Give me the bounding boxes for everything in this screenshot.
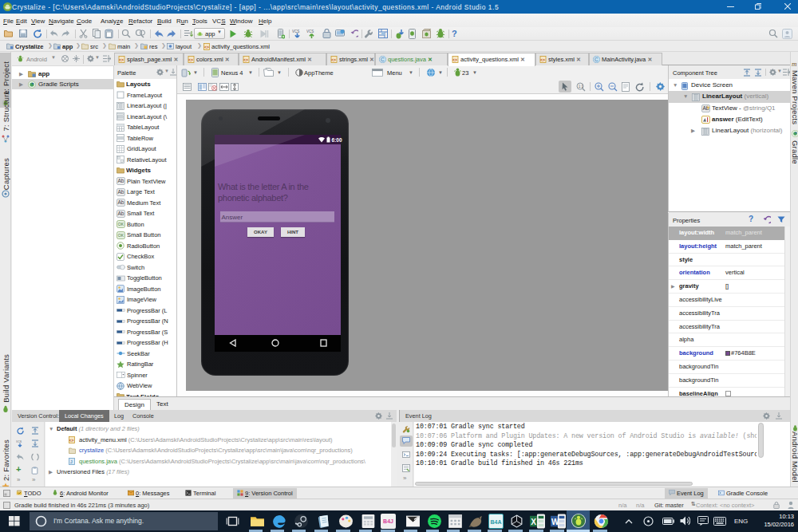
svg-text:Ab: Ab (118, 199, 124, 205)
svg-text:J: J (70, 459, 73, 464)
svg-text:C: C (595, 56, 598, 61)
svg-text:m: m (792, 60, 797, 67)
svg-text:<>: <> (540, 57, 545, 61)
svg-text:Ab: Ab (118, 189, 124, 195)
svg-text:<>: <> (331, 57, 336, 61)
svg-text:C: C (381, 56, 385, 61)
svg-text:W: W (551, 518, 559, 526)
svg-text:<>: <> (119, 57, 124, 61)
svg-text:<>: <> (69, 438, 74, 443)
svg-text:<>: <> (243, 57, 248, 61)
svg-text:OK: OK (118, 233, 124, 238)
svg-text:<>: <> (204, 45, 209, 49)
svg-text:X: X (531, 518, 536, 526)
svg-text:Ab: Ab (118, 178, 124, 183)
svg-text:OK: OK (118, 222, 124, 227)
svg-text:VCS: VCS (292, 30, 299, 33)
svg-text:<>: <> (452, 57, 457, 61)
svg-text:Ab: Ab (118, 211, 124, 216)
svg-text:VCS: VCS (16, 440, 22, 443)
svg-text:<>: <> (188, 57, 193, 61)
svg-text:VCS: VCS (306, 30, 314, 33)
svg-text:1:1: 1:1 (579, 85, 584, 89)
